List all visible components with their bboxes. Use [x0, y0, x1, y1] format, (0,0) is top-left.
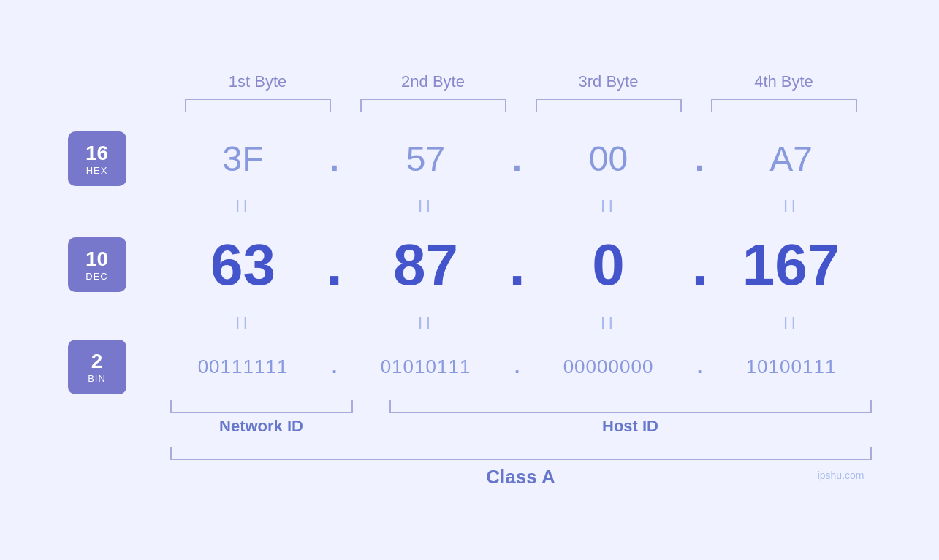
byte-header-4: 4th Byte	[711, 72, 857, 91]
hex-val-1: 3F	[222, 139, 263, 178]
eq-1-2: II	[353, 196, 499, 217]
byte-header-1: 1st Byte	[185, 72, 331, 91]
equals-row-2: II II II II	[170, 309, 872, 338]
main-container: 1st Byte 2nd Byte 3rd Byte 4th Byte 16 H…	[68, 72, 872, 488]
dec-values: 63 . 87 . 0 . 167	[170, 231, 872, 299]
hex-val-4: A7	[769, 139, 813, 178]
dec-dot-1: .	[326, 232, 342, 297]
hex-val-3: 00	[589, 139, 628, 178]
host-bracket	[389, 400, 872, 413]
top-bracket-1	[185, 99, 331, 112]
eq-1-1: II	[170, 196, 316, 217]
bottom-section: Network ID Host ID	[170, 400, 872, 436]
hex-base-label: 16 HEX	[68, 131, 126, 186]
hex-val-2: 57	[406, 139, 445, 178]
byte-header-2: 2nd Byte	[360, 72, 506, 91]
hex-base-num: 16	[85, 142, 108, 165]
dec-dot-3: .	[691, 232, 707, 297]
top-bracket-4	[711, 99, 857, 112]
top-brackets	[170, 99, 872, 112]
dec-base-name: DEC	[85, 271, 107, 282]
eq-2-4: II	[718, 313, 864, 334]
bin-base-name: BIN	[88, 373, 106, 384]
hex-dot-1: .	[330, 139, 339, 178]
bin-row: 2 BIN 00111111 . 01010111 . 00000000 . 1…	[68, 338, 872, 396]
dec-val-1: 63	[210, 232, 275, 297]
bin-values: 00111111 . 01010111 . 00000000 . 1010011…	[170, 356, 872, 378]
dec-base-label: 10 DEC	[68, 237, 126, 292]
class-section: Class A	[170, 447, 872, 488]
equals-row-1: II II II II	[170, 192, 872, 221]
bin-val-1: 00111111	[198, 356, 289, 377]
bottom-brackets	[170, 400, 872, 413]
bin-dot-1: .	[332, 356, 337, 377]
dec-val-2: 87	[393, 232, 458, 297]
host-id-label: Host ID	[389, 417, 872, 436]
eq-2-2: II	[353, 313, 499, 334]
bin-dot-2: .	[514, 356, 520, 377]
hex-base-name: HEX	[86, 165, 108, 176]
hex-dot-2: .	[512, 139, 522, 178]
bin-val-2: 01010111	[381, 356, 471, 377]
dec-row: 10 DEC 63 . 87 . 0 . 167	[68, 221, 872, 309]
hex-dot-3: .	[695, 139, 704, 178]
network-id-label: Network ID	[170, 417, 353, 436]
dec-base-num: 10	[85, 248, 108, 271]
bin-dot-3: .	[697, 356, 702, 377]
top-bracket-2	[360, 99, 506, 112]
class-label: Class A	[170, 466, 872, 488]
dec-val-3: 0	[592, 232, 625, 297]
top-bracket-3	[536, 99, 682, 112]
class-bracket	[170, 447, 872, 460]
network-bracket	[170, 400, 353, 413]
byte-headers-row: 1st Byte 2nd Byte 3rd Byte 4th Byte	[170, 72, 872, 91]
dec-dot-2: .	[509, 232, 525, 297]
eq-2-1: II	[170, 313, 316, 334]
eq-1-3: II	[536, 196, 682, 217]
bin-val-4: 10100111	[746, 356, 837, 377]
eq-1-4: II	[718, 196, 864, 217]
watermark: ipshu.com	[818, 469, 864, 481]
bin-base-label: 2 BIN	[68, 340, 126, 394]
byte-header-3: 3rd Byte	[536, 72, 682, 91]
data-rows: 16 HEX 3F . 57 . 00 . A7 II II II II	[68, 126, 872, 396]
hex-values: 3F . 57 . 00 . A7	[170, 139, 872, 179]
bin-base-num: 2	[91, 350, 103, 373]
bin-val-3: 00000000	[563, 356, 654, 377]
bottom-labels: Network ID Host ID	[170, 417, 872, 436]
eq-2-3: II	[536, 313, 682, 334]
hex-row: 16 HEX 3F . 57 . 00 . A7	[68, 126, 872, 192]
dec-val-4: 167	[742, 232, 840, 297]
